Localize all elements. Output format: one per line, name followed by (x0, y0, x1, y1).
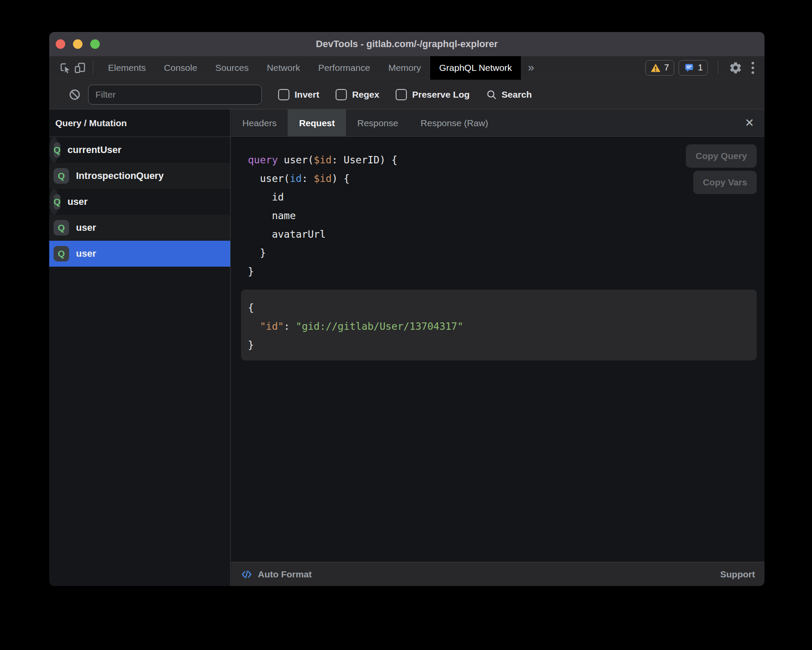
filter-input[interactable] (88, 85, 262, 105)
query-type-badge: Q (54, 142, 60, 158)
detail-tab-request[interactable]: Request (288, 109, 346, 137)
checkbox-preserve-log[interactable]: Preserve Log (396, 89, 469, 100)
code-line: { (248, 299, 750, 317)
detail-tab-response[interactable]: Response (346, 109, 409, 137)
sidebar-header: Query / Mutation (49, 109, 230, 137)
code-icon (241, 569, 253, 580)
detail-tab-strip: HeadersRequestResponseResponse (Raw)✕ (231, 109, 764, 137)
devtools-tab-console[interactable]: Console (155, 56, 206, 80)
query-list-item[interactable]: Quser (49, 189, 59, 215)
kebab-menu-icon[interactable] (747, 62, 758, 74)
traffic-lights (56, 32, 100, 56)
query-type-badge: Q (54, 194, 60, 210)
query-name-label: user (76, 222, 96, 233)
checkbox-regex[interactable]: Regex (336, 89, 379, 100)
more-tabs-icon[interactable]: » (521, 56, 541, 79)
detail-panel: HeadersRequestResponseResponse (Raw)✕ qu… (231, 109, 764, 586)
warnings-badge[interactable]: 7 (645, 60, 674, 76)
query-list-item[interactable]: Quser (49, 215, 230, 241)
query-list-item[interactable]: Quser (49, 241, 230, 267)
devtools-toolbar: ElementsConsoleSourcesNetworkPerformance… (49, 56, 764, 80)
chat-bubble-icon (684, 63, 695, 73)
checkbox-label: Regex (352, 89, 379, 100)
warning-icon (650, 63, 661, 73)
checkbox-label: Invert (295, 89, 319, 100)
checkbox-invert[interactable]: Invert (278, 89, 319, 100)
query-type-badge: Q (54, 168, 69, 184)
search-icon (486, 89, 497, 100)
query-name-label: user (67, 196, 87, 207)
code-line: } (248, 262, 397, 281)
devtools-tab-memory[interactable]: Memory (379, 56, 430, 80)
checkbox-box[interactable] (278, 89, 289, 100)
titlebar: DevTools - gitlab.com/-/graphql-explorer (49, 32, 764, 56)
search-button[interactable]: Search (486, 89, 532, 100)
issues-badge[interactable]: 1 (679, 60, 708, 76)
inspect-element-icon[interactable] (58, 61, 73, 75)
query-type-badge: Q (54, 220, 69, 236)
checkbox-label: Preserve Log (412, 89, 469, 100)
filter-checkbox-group: InvertRegexPreserve Log (262, 89, 469, 100)
devtools-window: DevTools - gitlab.com/-/graphql-explorer… (49, 32, 764, 586)
toolbar-divider (718, 61, 718, 74)
copy-vars-button[interactable]: Copy Vars (693, 171, 757, 194)
detail-tab-headers[interactable]: Headers (231, 109, 288, 137)
query-type-badge: Q (54, 246, 69, 261)
device-toolbar-icon[interactable] (73, 61, 87, 75)
devtools-tab-performance[interactable]: Performance (309, 56, 379, 80)
code-line: id (248, 188, 397, 207)
code-line: "id": "gid://gitlab/User/13704317" (248, 317, 750, 336)
sidebar: Query / Mutation QcurrentUserQIntrospect… (49, 109, 231, 586)
minimize-window-button[interactable] (73, 39, 82, 49)
graphql-query-code: query user($id: UserID) { user(id: $id) … (248, 151, 397, 281)
toolbar-right-controls: 7 1 (645, 60, 758, 76)
close-window-button[interactable] (56, 39, 65, 49)
clear-icon[interactable] (67, 87, 82, 102)
query-name-label: user (76, 248, 96, 259)
devtools-tab-network[interactable]: Network (258, 56, 309, 80)
code-line: } (248, 244, 397, 262)
query-list-item[interactable]: QcurrentUser (49, 137, 59, 163)
code-line: query user($id: UserID) { (248, 151, 397, 169)
window-title: DevTools - gitlab.com/-/graphql-explorer (316, 38, 498, 50)
checkbox-box[interactable] (336, 89, 347, 100)
query-variables-box: { "id": "gid://gitlab/User/13704317"} (241, 290, 757, 360)
code-line: name (248, 207, 397, 225)
filter-bar: InvertRegexPreserve Log Search (49, 80, 764, 109)
detail-tab-response-raw[interactable]: Response (Raw) (409, 109, 499, 137)
toolbar-divider (93, 61, 93, 74)
devtools-tab-graphql-network[interactable]: GraphQL Network (430, 56, 521, 80)
copy-query-button[interactable]: Copy Query (686, 144, 757, 168)
search-label: Search (501, 89, 532, 100)
auto-format-button[interactable]: Auto Format (258, 569, 312, 580)
support-link[interactable]: Support (720, 569, 755, 580)
query-list-item[interactable]: QIntrospectionQuery (49, 163, 230, 189)
gear-icon[interactable] (728, 61, 743, 75)
detail-footer: Auto Format Support (231, 562, 764, 586)
zoom-window-button[interactable] (90, 39, 100, 49)
close-icon[interactable]: ✕ (745, 116, 754, 130)
code-line: avatarUrl (248, 225, 397, 244)
issues-count: 1 (698, 63, 703, 73)
query-name-label: currentUser (67, 144, 121, 156)
code-line: } (248, 336, 750, 354)
devtools-tab-elements[interactable]: Elements (99, 56, 155, 80)
query-list: QcurrentUserQIntrospectionQueryQuserQuse… (49, 137, 230, 267)
checkbox-box[interactable] (396, 89, 407, 100)
devtools-tab-strip: ElementsConsoleSourcesNetworkPerformance… (99, 56, 521, 80)
warning-count: 7 (664, 63, 669, 73)
devtools-tab-sources[interactable]: Sources (206, 56, 258, 80)
query-name-label: IntrospectionQuery (76, 170, 164, 182)
code-line: user(id: $id) { (248, 169, 397, 188)
